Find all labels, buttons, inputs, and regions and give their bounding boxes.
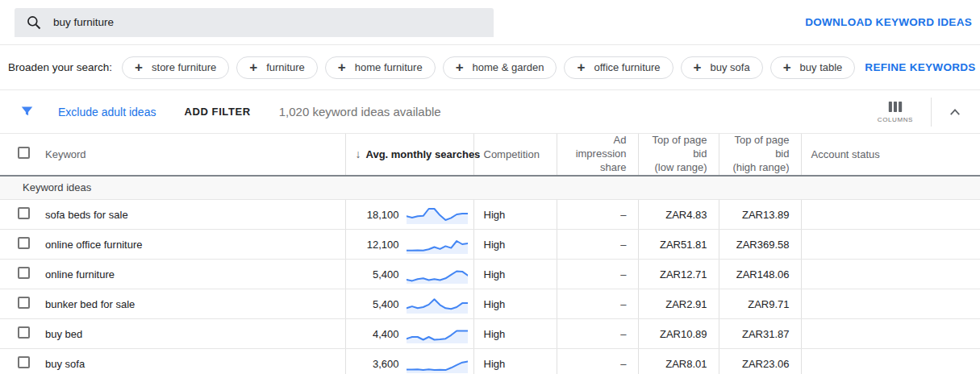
account-status-cell (801, 230, 980, 260)
ad-impression-share-cell: – (557, 289, 638, 319)
account-status-cell (801, 289, 980, 319)
broaden-keyword-chip[interactable]: + buy table (770, 56, 856, 79)
plus-icon: + (694, 60, 702, 74)
account-status-cell (801, 319, 980, 349)
keyword-cell: online office furniture (35, 230, 345, 260)
plus-icon: + (249, 60, 257, 74)
row-checkbox[interactable] (18, 356, 30, 368)
account-status-cell (801, 349, 980, 374)
header-keyword[interactable]: Keyword (35, 134, 345, 176)
competition-cell: High (473, 200, 557, 230)
searches-value: 3,600 (373, 358, 399, 370)
keyword-cell: buy sofa (35, 349, 345, 374)
columns-button[interactable]: COLUMNS (869, 98, 921, 127)
chip-label: store furniture (152, 61, 216, 73)
avg-monthly-searches-cell: 18,100 (345, 200, 473, 230)
top-bid-low-cell: ZAR4.83 (638, 200, 719, 230)
keyword-table-row: online furniture 5,400 High – ZAR12.71 Z… (0, 260, 980, 289)
keyword-ideas-count: 1,020 keyword ideas available (279, 105, 441, 118)
add-filter-button[interactable]: ADD FILTER (184, 106, 250, 118)
header-avg-monthly-searches[interactable]: ↓Avg. monthly searches (345, 134, 473, 176)
account-status-cell (801, 260, 980, 289)
ad-impression-share-cell: – (557, 319, 638, 349)
avg-monthly-searches-cell: 12,100 (345, 230, 473, 260)
search-trend-sparkline (407, 264, 468, 285)
row-checkbox[interactable] (18, 326, 30, 339)
row-checkbox[interactable] (18, 207, 30, 219)
chip-label: buy table (800, 61, 843, 73)
collapse-panel-button[interactable] (941, 103, 969, 121)
header-account-status[interactable]: Account status (801, 134, 980, 176)
chip-label: furniture (266, 61, 305, 73)
plus-icon: + (577, 60, 585, 74)
search-icon (26, 15, 42, 31)
top-bar: buy furniture DOWNLOAD KEYWORD IDEAS (0, 0, 980, 45)
broaden-keyword-chip[interactable]: + buy sofa (681, 56, 763, 79)
row-checkbox[interactable] (18, 237, 30, 249)
chip-label: home furniture (355, 61, 423, 73)
toolbar-divider (931, 98, 932, 127)
broaden-keyword-chip[interactable]: + home & garden (443, 56, 557, 79)
broaden-keyword-chip[interactable]: + office furniture (564, 56, 673, 79)
keyword-ideas-table: Keyword ↓Avg. monthly searches Competiti… (0, 134, 980, 374)
top-bid-high-cell: ZAR31.87 (719, 319, 801, 349)
broaden-keyword-chip[interactable]: + store furniture (122, 56, 229, 79)
keyword-cell: sofa beds for sale (35, 200, 345, 230)
group-row-label: Keyword ideas (0, 176, 980, 200)
searches-value: 12,100 (367, 239, 399, 251)
chip-label: office furniture (594, 61, 660, 73)
download-keyword-ideas-button[interactable]: DOWNLOAD KEYWORD IDEAS (805, 16, 972, 28)
searches-value: 4,400 (373, 328, 399, 340)
searches-value: 18,100 (367, 209, 399, 221)
top-bid-low-cell: ZAR8.01 (638, 349, 719, 374)
top-bid-high-cell: ZAR148.06 (719, 260, 801, 289)
search-trend-sparkline (407, 234, 468, 255)
top-bid-high-cell: ZAR9.71 (719, 289, 801, 319)
select-all-checkbox[interactable] (18, 147, 30, 159)
filter-icon[interactable] (20, 105, 34, 118)
header-ad-impression-share[interactable]: Ad impression share (557, 134, 638, 176)
top-bid-low-cell: ZAR2.91 (638, 289, 719, 319)
search-trend-sparkline (407, 204, 468, 225)
ad-impression-share-cell: – (557, 349, 638, 374)
ad-impression-share-cell: – (557, 200, 638, 230)
plus-icon: + (783, 60, 791, 74)
ad-impression-share-cell: – (557, 230, 638, 260)
searches-value: 5,400 (373, 268, 399, 280)
search-query-text: buy furniture (53, 16, 114, 28)
keyword-cell: online furniture (35, 260, 345, 289)
refine-keywords-button[interactable]: REFINE KEYWORDS (865, 61, 975, 73)
table-body: Keyword ideas sofa beds for sale 18,100 … (0, 176, 980, 374)
table-header-row: Keyword ↓Avg. monthly searches Competiti… (0, 134, 980, 176)
top-bid-low-cell: ZAR12.71 (638, 260, 719, 289)
top-bid-high-cell: ZAR369.58 (719, 230, 801, 260)
sort-descending-icon: ↓ (356, 148, 361, 160)
searches-value: 5,400 (373, 298, 399, 310)
avg-monthly-searches-cell: 5,400 (345, 289, 473, 319)
competition-cell: High (473, 289, 557, 319)
broaden-keyword-chip[interactable]: + home furniture (325, 56, 436, 79)
top-bid-low-cell: ZAR51.81 (638, 230, 719, 260)
keyword-search-input[interactable]: buy furniture (15, 8, 494, 37)
competition-cell: High (473, 349, 557, 374)
plus-icon: + (456, 60, 464, 74)
header-top-bid-high[interactable]: Top of page bid (high range) (719, 134, 801, 176)
broaden-keyword-chip[interactable]: + furniture (236, 56, 318, 79)
exclude-adult-ideas-link[interactable]: Exclude adult ideas (58, 106, 156, 118)
avg-monthly-searches-cell: 3,600 (345, 349, 473, 374)
search-trend-sparkline (407, 293, 468, 314)
row-checkbox[interactable] (18, 267, 30, 279)
plus-icon: + (135, 60, 143, 74)
toolbar-right-controls: COLUMNS (869, 98, 969, 127)
broaden-chips: + store furniture + furniture + home fur… (122, 56, 855, 79)
header-top-bid-low[interactable]: Top of page bid (low range) (638, 134, 719, 176)
competition-cell: High (473, 260, 557, 289)
ad-impression-share-cell: – (557, 260, 638, 289)
keyword-table-row: online office furniture 12,100 High – ZA… (0, 230, 980, 260)
keyword-table-row: buy sofa 3,600 High – ZAR8.01 ZAR23.06 (0, 349, 980, 374)
keyword-cell: bunker bed for sale (35, 289, 345, 319)
header-competition[interactable]: Competition (473, 134, 557, 176)
broaden-search-label: Broaden your search: (8, 61, 112, 73)
row-checkbox[interactable] (18, 297, 30, 309)
avg-monthly-searches-cell: 5,400 (345, 260, 473, 289)
